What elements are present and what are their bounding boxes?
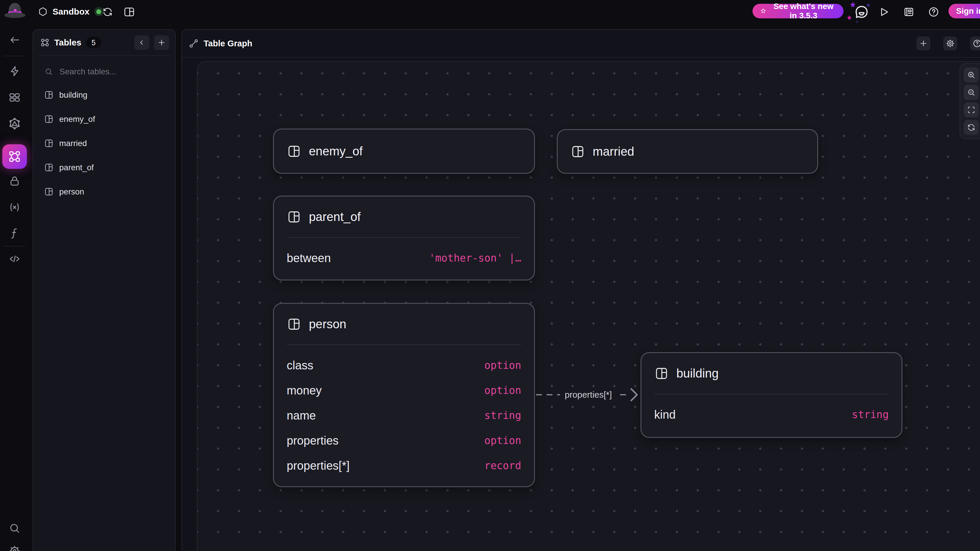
canvas-controls	[959, 63, 980, 139]
table-name: married	[59, 139, 87, 148]
new-table-button[interactable]	[916, 37, 931, 51]
sparkle-star-icon	[846, 14, 853, 22]
toggle-panels-button[interactable]	[123, 5, 136, 19]
table-name: enemy_of	[59, 114, 95, 124]
parentheses-x-icon	[8, 201, 21, 213]
navigation-rail	[0, 29, 32, 551]
lightning-icon	[8, 65, 21, 77]
edge-label: properties[*]	[560, 389, 617, 400]
table-node-building[interactable]: building kind string	[641, 352, 902, 438]
rail-item-query[interactable]	[8, 65, 21, 78]
arrow-left-icon	[8, 34, 21, 46]
table-list-item-married[interactable]: married	[33, 131, 175, 156]
page-title: Table Graph	[204, 39, 252, 48]
environment-selector[interactable]: Sandbox	[38, 0, 103, 23]
rail-item-graphql[interactable]	[8, 117, 21, 130]
table-graph-header: Table Graph	[182, 30, 980, 58]
help-button[interactable]	[927, 5, 940, 19]
fit-view-icon	[967, 106, 975, 114]
field-name: money	[287, 384, 322, 397]
zoom-in-button[interactable]	[964, 67, 979, 83]
status-dot-icon	[96, 10, 101, 14]
table-icon	[45, 91, 53, 99]
whats-new-label: See what's new in 3.5.3	[771, 2, 836, 21]
rail-item-functions[interactable]	[8, 227, 21, 239]
table-node-enemy-of[interactable]: enemy_of	[273, 129, 535, 174]
field-name: kind	[654, 408, 676, 421]
table-node-married[interactable]: married	[557, 129, 818, 174]
zoom-out-icon	[967, 88, 975, 97]
rail-divider	[4, 56, 25, 56]
refresh-button[interactable]	[101, 5, 115, 19]
play-icon	[878, 6, 889, 18]
table-list-item-person[interactable]: person	[33, 179, 175, 204]
table-icon	[45, 139, 53, 148]
table-list-item-enemy-of[interactable]: enemy_of	[33, 107, 175, 131]
whats-new-button[interactable]: See what's new in 3.5.3	[752, 4, 843, 18]
topbar: Sandbox See what's new in 3.5.3	[0, 0, 980, 29]
fit-view-button[interactable]	[964, 102, 979, 118]
play-button[interactable]	[877, 5, 891, 19]
field-type: option	[484, 359, 521, 371]
designer-graph-icon	[8, 150, 21, 163]
field-type: 'mother-son' |…	[429, 252, 521, 264]
rail-item-api-docs[interactable]	[8, 252, 21, 265]
field-name: between	[287, 252, 331, 265]
relation-link-icon	[189, 39, 198, 48]
table-list-item-parent-of[interactable]: parent_of	[33, 156, 175, 179]
table-icon	[571, 145, 585, 158]
field-type: string	[852, 409, 889, 421]
graph-settings-button[interactable]	[943, 37, 957, 51]
sign-in-button[interactable]: Sign in	[948, 4, 980, 18]
back-button[interactable]	[8, 33, 21, 46]
plus-icon	[157, 38, 166, 47]
rail-item-authentication[interactable]	[8, 175, 21, 187]
node-title: building	[676, 367, 719, 381]
field-row-kind: kind string	[654, 402, 889, 427]
zoom-out-button[interactable]	[964, 85, 979, 100]
table-list-item-building[interactable]: building	[33, 83, 175, 107]
field-row-between: between 'mother-son' |…	[287, 246, 521, 270]
table-list: building enemy_of married parent_of pers…	[33, 83, 175, 204]
help-icon	[928, 6, 939, 18]
table-icon	[287, 144, 301, 158]
rail-item-parameters[interactable]	[8, 201, 21, 214]
designer-graph-icon	[40, 38, 49, 47]
search-icon	[45, 67, 53, 76]
news-button[interactable]	[902, 5, 916, 19]
field-name: name	[287, 409, 316, 422]
node-title: person	[309, 317, 346, 331]
search-tables-input[interactable]	[59, 67, 155, 77]
rail-item-explorer[interactable]	[8, 91, 21, 104]
collapse-panel-button[interactable]	[134, 35, 150, 50]
rail-item-search[interactable]	[8, 522, 21, 535]
surrealist-logo[interactable]	[3, 2, 26, 21]
environment-name: Sandbox	[52, 7, 89, 17]
table-node-person[interactable]: person class option money option name st…	[273, 303, 535, 487]
tables-panel: Tables 5 building enemy_of	[33, 29, 176, 551]
field-name: properties	[287, 434, 339, 447]
sidekick-button[interactable]	[846, 1, 876, 24]
help-icon	[972, 39, 980, 48]
table-node-parent-of[interactable]: parent_of between 'mother-son' |…	[273, 195, 535, 281]
code-icon	[8, 253, 21, 265]
edge-person-building: properties[*]	[535, 383, 642, 407]
new-table-button[interactable]	[154, 35, 169, 50]
field-type: option	[484, 435, 521, 446]
field-type: option	[484, 384, 521, 396]
bowler-hat-icon	[3, 2, 26, 21]
graph-help-button[interactable]	[970, 37, 980, 51]
node-title: enemy_of	[309, 144, 363, 158]
reset-layout-button[interactable]	[964, 120, 979, 135]
sidekick-mascot-icon	[853, 4, 870, 21]
graph-canvas[interactable]: enemy_of married parent_of	[197, 61, 980, 551]
field-row-name: name string	[287, 403, 521, 428]
gear-icon	[8, 545, 21, 551]
field-type: string	[484, 410, 521, 421]
rail-item-designer-active[interactable]	[2, 144, 27, 169]
newspaper-icon	[903, 6, 915, 18]
rail-item-settings[interactable]	[8, 545, 21, 551]
tables-panel-title: Tables	[54, 38, 81, 48]
grid-icon	[8, 91, 21, 103]
layout-panels-icon	[123, 6, 135, 18]
